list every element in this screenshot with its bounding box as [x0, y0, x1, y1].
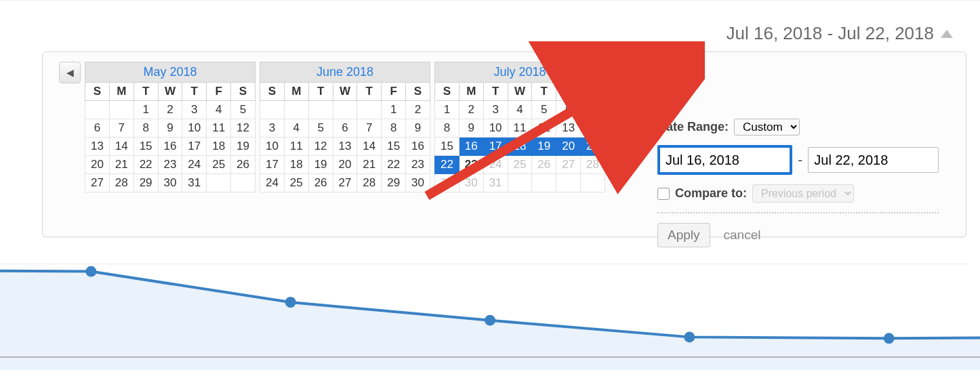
calendar-day[interactable]: 18 [284, 156, 308, 174]
weekday-header: M [459, 83, 483, 101]
calendar-day[interactable]: 15 [134, 138, 158, 156]
calendar-day[interactable]: 21 [109, 156, 134, 174]
calendar-day[interactable]: 11 [207, 119, 231, 138]
calendar-day[interactable]: 3 [260, 119, 285, 138]
calendar-day[interactable]: 28 [357, 174, 382, 192]
calendar-day[interactable]: 8 [435, 119, 460, 138]
calendar-day[interactable]: 21 [581, 138, 605, 156]
calendar-day[interactable]: 6 [556, 101, 581, 119]
calendar-day[interactable]: 18 [508, 138, 532, 156]
compare-label: Compare to: [675, 186, 747, 201]
calendar-day[interactable]: 2 [459, 101, 483, 119]
calendar-day[interactable]: 27 [333, 174, 357, 192]
next-month-button[interactable]: ▶ [609, 62, 631, 83]
calendar-day[interactable]: 16 [406, 138, 430, 156]
calendar-day[interactable]: 13 [556, 119, 581, 138]
calendar-day[interactable]: 17 [182, 138, 207, 156]
calendar-day[interactable]: 15 [382, 138, 406, 156]
calendar-day[interactable]: 27 [85, 174, 110, 192]
chevron-right-icon: ▶ [617, 67, 624, 78]
calendar-day[interactable]: 8 [134, 119, 158, 138]
calendar-day[interactable]: 18 [207, 138, 231, 156]
calendar-day [284, 101, 308, 119]
calendar-day[interactable]: 1 [134, 101, 158, 119]
calendar-day[interactable]: 31 [182, 174, 207, 192]
calendar-day[interactable]: 3 [483, 101, 508, 119]
calendar-day[interactable]: 11 [508, 119, 532, 138]
calendar-day[interactable]: 9 [406, 119, 430, 138]
calendar-day[interactable]: 29 [382, 174, 406, 192]
calendar-day[interactable]: 19 [308, 156, 333, 174]
weekday-header: T [134, 83, 158, 101]
calendar-day[interactable]: 23 [406, 156, 430, 174]
calendar-day[interactable]: 20 [85, 156, 110, 174]
calendar-day[interactable]: 24 [182, 156, 207, 174]
calendar-day[interactable]: 15 [435, 138, 460, 156]
calendar-day[interactable]: 5 [231, 101, 256, 119]
cancel-button[interactable]: cancel [720, 227, 765, 243]
calendar-day[interactable]: 22 [134, 156, 158, 174]
calendar-day[interactable]: 13 [85, 138, 110, 156]
calendar-day[interactable]: 22 [435, 156, 460, 174]
calendar-day[interactable]: 10 [260, 138, 285, 156]
calendar-day[interactable]: 2 [158, 101, 182, 119]
calendar-day[interactable]: 14 [109, 138, 134, 156]
calendar-day[interactable]: 16 [459, 138, 483, 156]
calendar-day[interactable]: 14 [581, 119, 605, 138]
calendar-day[interactable]: 1 [435, 101, 460, 119]
calendar-day[interactable]: 5 [308, 119, 333, 138]
calendar-day[interactable]: 10 [483, 119, 508, 138]
calendar-day[interactable]: 12 [532, 119, 556, 138]
calendar-day[interactable]: 30 [406, 174, 430, 192]
calendar-day[interactable]: 17 [483, 138, 508, 156]
calendar-day[interactable]: 25 [284, 174, 308, 192]
calendar-day[interactable]: 22 [382, 156, 406, 174]
calendar-day[interactable]: 12 [231, 119, 256, 138]
calendar-day[interactable]: 4 [284, 119, 308, 138]
date-range-display[interactable]: Jul 16, 2018 - Jul 22, 2018 [727, 23, 953, 44]
calendar-day[interactable]: 7 [357, 119, 382, 138]
date-range-select[interactable]: Custom [734, 119, 800, 136]
calendar-day[interactable]: 26 [308, 174, 333, 192]
calendar-day[interactable]: 24 [260, 174, 285, 192]
calendar-day[interactable]: 20 [556, 138, 581, 156]
calendar-day[interactable]: 23 [158, 156, 182, 174]
calendar-day[interactable]: 13 [333, 138, 357, 156]
calendar-day[interactable]: 17 [260, 156, 285, 174]
calendar-day[interactable]: 25 [207, 156, 231, 174]
calendar-day[interactable]: 19 [231, 138, 256, 156]
calendar-day[interactable]: 6 [85, 119, 110, 138]
calendar-day[interactable]: 8 [382, 119, 406, 138]
calendar-day[interactable]: 4 [508, 101, 532, 119]
calendar-day[interactable]: 1 [382, 101, 406, 119]
calendar-day[interactable]: 7 [109, 119, 134, 138]
calendar-day[interactable]: 2 [406, 101, 430, 119]
calendar-day[interactable]: 16 [158, 138, 182, 156]
calendar-day[interactable]: 10 [182, 119, 207, 138]
calendar-day[interactable]: 9 [459, 119, 483, 138]
prev-month-button[interactable]: ◀ [59, 62, 81, 83]
calendar-day[interactable]: 19 [532, 138, 556, 156]
weekday-header: S [231, 83, 256, 101]
calendar-day[interactable]: 26 [231, 156, 256, 174]
calendar-day[interactable]: 11 [284, 138, 308, 156]
calendar-day[interactable]: 14 [357, 138, 382, 156]
calendar-day[interactable]: 5 [532, 101, 556, 119]
calendar-day[interactable]: 6 [333, 119, 357, 138]
calendar-day[interactable]: 3 [182, 101, 207, 119]
apply-button[interactable]: Apply [657, 223, 710, 247]
month-title: July 2018 [434, 62, 605, 82]
calendar-day[interactable]: 4 [207, 101, 231, 119]
calendar-day[interactable]: 29 [134, 174, 158, 192]
calendar-day[interactable]: 21 [357, 156, 382, 174]
compare-checkbox[interactable] [657, 188, 670, 200]
calendar-day[interactable]: 12 [308, 138, 333, 156]
calendar-day[interactable]: 23 [459, 156, 483, 174]
calendar-day[interactable]: 9 [158, 119, 182, 138]
calendar-day[interactable]: 7 [581, 101, 605, 119]
date-from-input[interactable] [657, 145, 792, 175]
date-to-input[interactable] [808, 147, 939, 173]
calendar-day[interactable]: 30 [158, 174, 182, 192]
calendar-day[interactable]: 20 [333, 156, 357, 174]
calendar-day[interactable]: 28 [109, 174, 134, 192]
